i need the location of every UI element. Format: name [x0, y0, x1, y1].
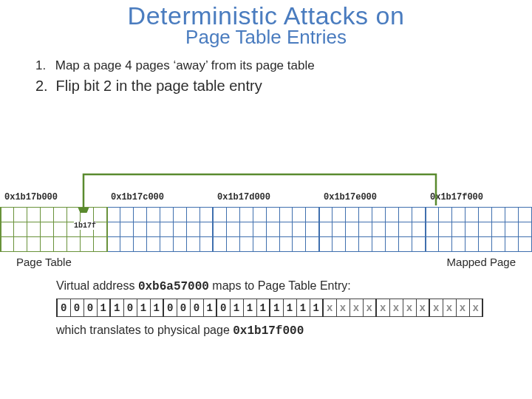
bit-table: 0 0 0 1 1 0 1 1 0 0 0 1 0 1 1 1 1 1 1 1 … [56, 299, 483, 317]
bit-cell: x [363, 299, 376, 317]
bit-cell: x [456, 299, 469, 317]
addr-4: 0x1b17f000 [430, 192, 483, 202]
step-1-text: Map a page 4 pages ‘away’ from its page … [55, 58, 315, 72]
bit-cell: x [376, 299, 389, 317]
step-1: 1. Map a page 4 pages ‘away’ from its pa… [35, 58, 532, 75]
bit-cell: 1 [137, 299, 150, 317]
vaddr-value: 0xb6a57000 [138, 280, 209, 293]
vaddr-prefix: Virtual address [56, 279, 138, 292]
step-1-num: 1. [35, 58, 52, 75]
addr-0: 0x1b17b000 [4, 192, 58, 202]
addr-1: 0x1b17c000 [111, 192, 164, 202]
mapping-arrow [0, 161, 532, 213]
bit-cell: x [336, 299, 349, 317]
translate-line: which translates to physical page 0x1b17… [56, 324, 304, 338]
bit-cell: x [323, 299, 336, 317]
bit-cell: 1 [283, 299, 296, 317]
title-sub: Page Table Entries [0, 26, 532, 49]
bit-cell: 1 [296, 299, 310, 317]
bit-cell: 0 [83, 299, 97, 317]
bit-cell: 1 [230, 299, 243, 317]
bit-cell: x [389, 299, 403, 317]
title-block: Deterministic Attacks on Page Table Entr… [0, 1, 532, 49]
step-2-num: 2. [35, 76, 52, 96]
caption-mapped-page: Mapped Page [447, 256, 516, 268]
pte-cell-label: 1b17f [74, 222, 96, 230]
bit-cell: 0 [216, 299, 230, 317]
bit-cell: 0 [123, 299, 137, 317]
bit-cell: 1 [310, 299, 323, 317]
bit-cell: 0 [57, 299, 70, 317]
addr-3: 0x1b17e000 [324, 192, 377, 202]
bit-cell: 1 [110, 299, 123, 317]
bit-cell: x [403, 299, 416, 317]
address-labels: 0x1b17b000 0x1b17c000 0x1b17d000 0x1b17e… [0, 192, 532, 204]
virtual-address-line: Virtual address 0xb6a57000 maps to Page … [56, 279, 351, 293]
translate-addr: 0x1b17f000 [233, 324, 304, 338]
caption-page-table: Page Table [16, 256, 72, 268]
bit-cell: 0 [163, 299, 177, 317]
bit-cell: 0 [190, 299, 203, 317]
bit-cell: x [416, 299, 429, 317]
bit-cell: x [469, 299, 482, 317]
bit-cell: 1 [256, 299, 270, 317]
bit-cell: x [429, 299, 443, 317]
steps-list: 1. Map a page 4 pages ‘away’ from its pa… [35, 58, 532, 96]
bit-cell: 1 [270, 299, 283, 317]
step-2-text: Flip bit 2 in the page table entry [56, 78, 262, 94]
bit-cell: 1 [97, 299, 110, 317]
bit-cell: 0 [70, 299, 83, 317]
bit-cell: 0 [177, 299, 190, 317]
addr-2: 0x1b17d000 [217, 192, 270, 202]
bit-cell: 1 [150, 299, 163, 317]
bit-cell: x [349, 299, 363, 317]
translate-prefix: which translates to physical page [56, 324, 233, 336]
bit-cell: x [443, 299, 456, 317]
bit-cell: 1 [203, 299, 216, 317]
vaddr-suffix: maps to Page Table Entry: [209, 279, 351, 292]
bit-cell: 1 [243, 299, 256, 317]
step-2: 2. Flip bit 2 in the page table entry [35, 76, 532, 96]
